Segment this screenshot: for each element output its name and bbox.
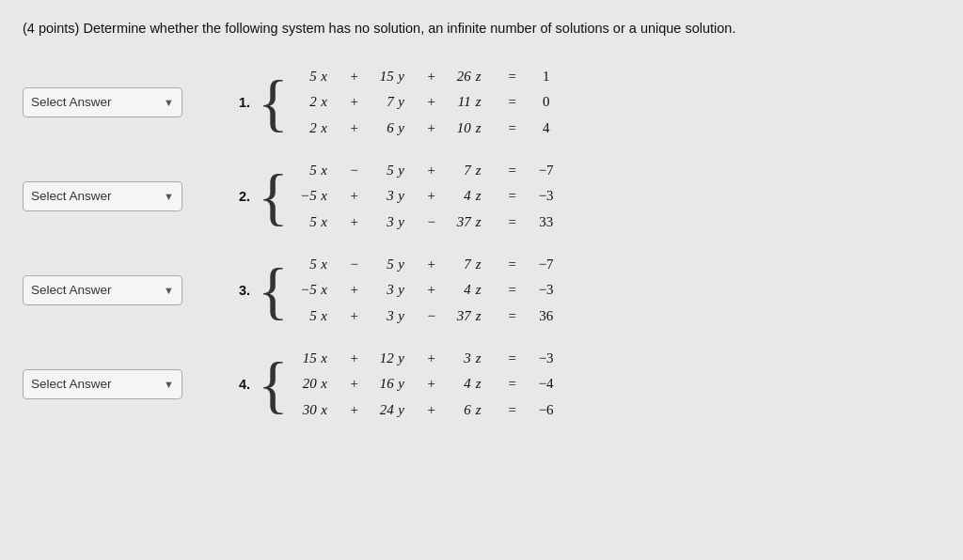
equation-1-2: 2x+7y+11z=0	[296, 90, 560, 115]
select-answer-2[interactable]: Select Answer▼	[23, 181, 182, 211]
op1: −	[341, 253, 368, 277]
var1: x	[317, 184, 332, 209]
equation-1-3: 2x+6y+10z=4	[296, 117, 560, 141]
op2: +	[418, 65, 445, 89]
op1: +	[341, 117, 368, 141]
brace-system-1: {5x+15y+26z=12x+7y+11z=02x+6y+10z=4	[258, 65, 560, 141]
coeff3: 6	[450, 398, 471, 423]
coeff3: 26	[450, 65, 471, 89]
equation-3-2: −5x+3y+4z=−3	[296, 278, 560, 303]
problem-row-4: Select Answer▼4.{15x+12y+3z=−320x+16y+4z…	[23, 342, 940, 427]
coeff1: 5	[296, 210, 317, 235]
var1: x	[317, 398, 332, 423]
coeff3: 4	[450, 372, 471, 397]
op1: +	[341, 398, 368, 423]
select-container-3: Select Answer▼	[23, 275, 229, 305]
coeff1: 2	[296, 90, 317, 115]
equation-2-1: 5x−5y+7z=−7	[296, 159, 560, 183]
var3: z	[471, 278, 486, 303]
rhs: −7	[531, 253, 560, 277]
op1: +	[341, 304, 368, 329]
equation-3-3: 5x+3y−37z=36	[296, 304, 560, 329]
select-container-4: Select Answer▼	[23, 369, 229, 399]
select-label-1: Select Answer	[31, 95, 112, 109]
var1: x	[317, 90, 332, 115]
op2: +	[418, 398, 445, 423]
rhs: −3	[531, 347, 560, 371]
problem-number-4: 4.	[229, 377, 250, 392]
select-arrow-icon-3: ▼	[164, 285, 174, 296]
var3: z	[471, 304, 486, 329]
coeff3: 37	[450, 304, 471, 329]
rhs: 36	[531, 304, 560, 329]
rhs: −6	[531, 398, 560, 423]
brace-system-3: {5x−5y+7z=−7−5x+3y+4z=−35x+3y−37z=36	[258, 253, 560, 329]
equation-2-3: 5x+3y−37z=33	[296, 210, 560, 235]
var3: z	[471, 372, 486, 397]
coeff3: 4	[450, 278, 471, 303]
var3: z	[471, 253, 486, 277]
op2: −	[418, 304, 445, 329]
op1: +	[341, 65, 368, 89]
op1: +	[341, 210, 368, 235]
brace-4: {	[258, 352, 289, 416]
var2: y	[394, 347, 409, 371]
var2: y	[394, 304, 409, 329]
op2: +	[418, 253, 445, 277]
coeff1: 15	[296, 347, 317, 371]
select-answer-3[interactable]: Select Answer▼	[23, 275, 182, 305]
coeff2: 24	[373, 398, 394, 423]
var3: z	[471, 184, 486, 209]
equations-2: 5x−5y+7z=−7−5x+3y+4z=−35x+3y−37z=33	[296, 159, 560, 235]
op1: +	[341, 184, 368, 209]
op1: +	[341, 347, 368, 371]
rhs: 33	[531, 210, 560, 235]
select-container-2: Select Answer▼	[23, 181, 229, 211]
problem-number-3: 3.	[229, 283, 250, 298]
var2: y	[394, 278, 409, 303]
op2: −	[418, 210, 445, 235]
op2: +	[418, 372, 445, 397]
select-answer-1[interactable]: Select Answer▼	[23, 87, 182, 117]
var1: x	[317, 159, 332, 183]
select-arrow-icon-1: ▼	[164, 97, 174, 108]
var3: z	[471, 347, 486, 371]
problem-number-1: 1.	[229, 95, 250, 110]
coeff3: 7	[450, 159, 471, 183]
coeff3: 4	[450, 184, 471, 209]
coeff2: 15	[373, 65, 394, 89]
eq-sign: =	[499, 90, 526, 115]
op1: +	[341, 372, 368, 397]
brace-2: {	[258, 164, 289, 228]
rhs: −3	[531, 278, 560, 303]
select-answer-4[interactable]: Select Answer▼	[23, 369, 182, 399]
eq-sign: =	[499, 65, 526, 89]
problem-row-2: Select Answer▼2.{5x−5y+7z=−7−5x+3y+4z=−3…	[23, 154, 940, 239]
coeff1: 2	[296, 117, 317, 141]
eq-sign: =	[499, 117, 526, 141]
op2: +	[418, 278, 445, 303]
coeff2: 7	[373, 90, 394, 115]
rhs: −7	[531, 159, 560, 183]
coeff3: 3	[450, 347, 471, 371]
coeff2: 16	[373, 372, 394, 397]
eq-sign: =	[499, 253, 526, 277]
var1: x	[317, 347, 332, 371]
points-label: (4 points)	[23, 21, 79, 36]
op1: −	[341, 159, 368, 183]
op1: +	[341, 278, 368, 303]
var2: y	[394, 159, 409, 183]
coeff3: 10	[450, 117, 471, 141]
select-label-3: Select Answer	[31, 283, 112, 297]
var2: y	[394, 90, 409, 115]
equation-3-1: 5x−5y+7z=−7	[296, 253, 560, 277]
var2: y	[394, 253, 409, 277]
coeff1: 5	[296, 65, 317, 89]
var1: x	[317, 253, 332, 277]
var2: y	[394, 117, 409, 141]
coeff1: 5	[296, 253, 317, 277]
problem-number-2: 2.	[229, 189, 250, 204]
select-arrow-icon-2: ▼	[164, 191, 174, 202]
coeff2: 3	[373, 304, 394, 329]
select-arrow-icon-4: ▼	[164, 379, 174, 390]
